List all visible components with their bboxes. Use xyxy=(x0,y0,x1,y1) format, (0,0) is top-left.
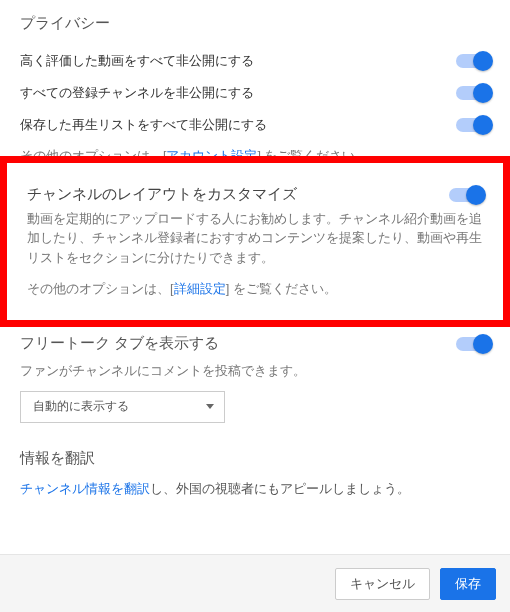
toggle-subscriptions-private[interactable] xyxy=(456,86,490,100)
privacy-section: プライバシー 高く評価した動画をすべて非公開にする すべての登録チャンネルを非公… xyxy=(20,14,490,166)
chevron-down-icon xyxy=(206,404,214,409)
translate-channel-info-link[interactable]: チャンネル情報を翻訳 xyxy=(20,481,150,496)
customize-layout-row: チャンネルのレイアウトをカスタマイズ xyxy=(27,185,483,204)
dropdown-value: 自動的に表示する xyxy=(33,398,129,415)
privacy-row-liked-videos: 高く評価した動画をすべて非公開にする xyxy=(20,45,490,77)
discussion-visibility-dropdown[interactable]: 自動的に表示する xyxy=(20,391,225,423)
footer-bar: キャンセル 保存 xyxy=(0,554,510,612)
privacy-heading: プライバシー xyxy=(20,14,490,33)
discussion-desc: ファンがチャンネルにコメントを投稿できます。 xyxy=(20,362,490,381)
cancel-button[interactable]: キャンセル xyxy=(335,568,430,600)
toggle-customize-layout[interactable] xyxy=(449,188,483,202)
privacy-label-subs: すべての登録チャンネルを非公開にする xyxy=(20,84,254,102)
privacy-label-playlists: 保存した再生リストをすべて非公開にする xyxy=(20,116,267,134)
customize-layout-more: その他のオプションは、[詳細設定] をご覧ください。 xyxy=(27,280,483,298)
layout-more-suffix: ] をご覧ください。 xyxy=(226,281,337,296)
discussion-section: フリートーク タブを表示する ファンがチャンネルにコメントを投稿できます。 自動… xyxy=(20,334,490,423)
customize-layout-heading: チャンネルのレイアウトをカスタマイズ xyxy=(27,185,297,204)
privacy-label-liked: 高く評価した動画をすべて非公開にする xyxy=(20,52,254,70)
toggle-playlists-private[interactable] xyxy=(456,118,490,132)
privacy-row-playlists: 保存した再生リストをすべて非公開にする xyxy=(20,109,490,141)
toggle-discussion-tab[interactable] xyxy=(456,337,490,351)
discussion-row: フリートーク タブを表示する xyxy=(20,334,490,360)
translate-text: チャンネル情報を翻訳し、外国の視聴者にもアピールしましょう。 xyxy=(20,480,490,498)
save-button[interactable]: 保存 xyxy=(440,568,496,600)
customize-layout-highlight: チャンネルのレイアウトをカスタマイズ 動画を定期的にアップロードする人にお勧めし… xyxy=(0,156,510,327)
customize-layout-desc: 動画を定期的にアップロードする人にお勧めします。チャンネル紹介動画を追加したり、… xyxy=(27,210,483,268)
discussion-heading: フリートーク タブを表示する xyxy=(20,334,219,353)
advanced-settings-link[interactable]: 詳細設定 xyxy=(174,281,226,296)
translate-section: 情報を翻訳 チャンネル情報を翻訳し、外国の視聴者にもアピールしましょう。 xyxy=(20,449,490,498)
toggle-liked-videos-private[interactable] xyxy=(456,54,490,68)
translate-heading: 情報を翻訳 xyxy=(20,449,490,468)
privacy-row-subscriptions: すべての登録チャンネルを非公開にする xyxy=(20,77,490,109)
layout-more-prefix: その他のオプションは、[ xyxy=(27,281,174,296)
translate-rest: し、外国の視聴者にもアピールしましょう。 xyxy=(150,481,410,496)
